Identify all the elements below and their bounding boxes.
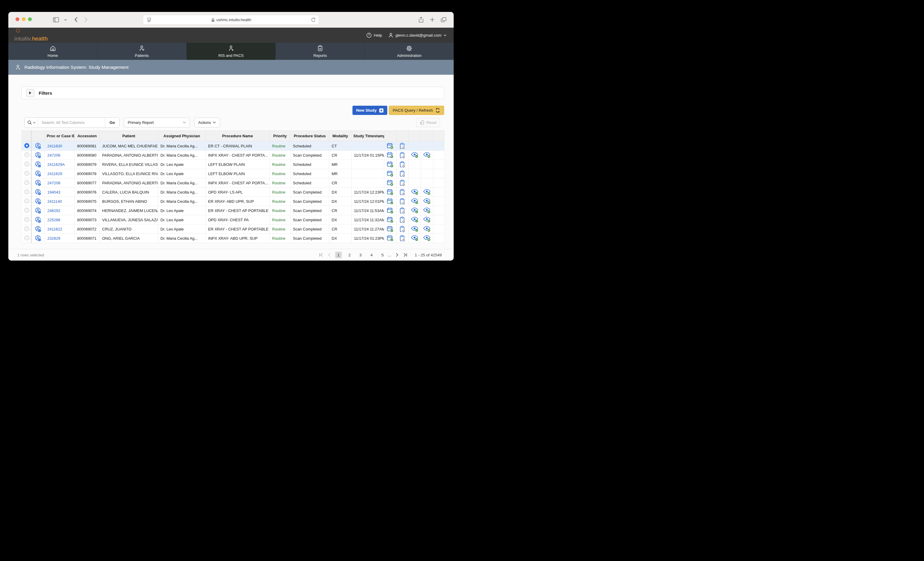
sidebar-chevron-icon[interactable] (64, 19, 67, 21)
new-tab-icon[interactable] (430, 17, 435, 22)
schedule-status-icon[interactable] (387, 180, 394, 184)
view-images-icon[interactable] (411, 217, 419, 222)
search-input[interactable] (38, 118, 105, 128)
row-select-radio[interactable] (24, 161, 30, 168)
view-images-icon[interactable] (411, 153, 419, 157)
sidebar-toggle-icon[interactable] (53, 17, 59, 22)
report-pending-icon[interactable] (399, 180, 406, 184)
column-header-priority[interactable]: Priority (270, 131, 291, 141)
patient-info-icon[interactable]: i (35, 189, 42, 194)
row-select-radio[interactable] (24, 198, 30, 205)
view-images-icon[interactable] (411, 189, 419, 194)
tab-home[interactable]: Home (8, 43, 97, 60)
row-select-radio[interactable] (24, 226, 30, 232)
page-number-4[interactable]: 4 (368, 252, 375, 258)
view-images-icon[interactable] (411, 226, 419, 231)
column-header-patient[interactable]: Patient (100, 131, 158, 141)
clinical-view-icon[interactable] (423, 153, 431, 157)
report-pending-icon[interactable] (399, 189, 406, 194)
back-button-icon[interactable] (74, 17, 78, 22)
actions-button[interactable]: Actions (194, 118, 220, 128)
share-icon[interactable] (418, 16, 424, 22)
schedule-status-icon[interactable] (387, 199, 394, 203)
help-button[interactable]: ? Help (366, 33, 382, 38)
proc-case-id-link[interactable]: 232829 (47, 236, 60, 241)
schedule-status-icon[interactable] (387, 208, 394, 212)
page-number-5[interactable]: 5 (379, 252, 386, 258)
proc-case-id-link[interactable]: 247206 (47, 153, 60, 158)
patient-info-icon[interactable]: i (35, 208, 42, 212)
column-header-accession[interactable]: Accession (75, 131, 100, 141)
row-select-radio[interactable] (24, 143, 30, 149)
report-pending-icon[interactable] (399, 162, 406, 166)
reset-button[interactable]: Reset (416, 118, 440, 127)
filters-panel[interactable]: Filters (21, 87, 444, 99)
new-study-button[interactable]: New Study (352, 106, 387, 115)
schedule-status-icon[interactable] (387, 217, 394, 222)
search-options-button[interactable] (25, 118, 38, 128)
report-pending-icon[interactable] (399, 226, 406, 231)
proc-case-id-link[interactable]: 246292 (47, 208, 60, 213)
column-header-procedure-name[interactable]: Procedure Name (206, 131, 270, 141)
first-page-icon[interactable] (319, 253, 323, 257)
proc-case-id-link[interactable]: 225286 (47, 218, 60, 222)
patient-info-icon[interactable]: i (35, 171, 42, 176)
tab-patients[interactable]: Patients (97, 43, 186, 60)
patient-info-icon[interactable]: i (35, 143, 42, 148)
report-view-select[interactable]: Primary Report (124, 118, 190, 128)
row-select-radio[interactable] (24, 152, 30, 158)
reader-view-icon[interactable] (147, 18, 152, 22)
proc-case-id-link[interactable]: 2411629A (47, 162, 64, 167)
filters-expand-button[interactable] (26, 89, 34, 97)
row-select-radio[interactable] (24, 207, 30, 214)
clinical-view-icon[interactable] (423, 208, 431, 212)
minimize-window-button[interactable] (22, 17, 26, 21)
report-pending-icon[interactable] (399, 217, 406, 222)
report-pending-icon[interactable] (399, 199, 406, 203)
address-bar[interactable]: ushmc.intuitiv.health (143, 15, 319, 25)
close-window-button[interactable] (15, 17, 20, 21)
patient-info-icon[interactable]: i (35, 153, 42, 157)
page-number-3[interactable]: 3 (357, 252, 364, 258)
schedule-status-icon[interactable] (387, 153, 394, 157)
proc-case-id-link[interactable]: 247206 (47, 181, 60, 185)
tab-overview-icon[interactable] (441, 17, 447, 22)
column-header-procedure-status[interactable]: Procedure Status (291, 131, 329, 141)
proc-case-id-link[interactable]: 2411140 (47, 199, 62, 204)
row-select-radio[interactable] (24, 217, 30, 223)
report-pending-icon[interactable] (399, 153, 406, 157)
proc-case-id-link[interactable]: 194043 (47, 190, 60, 195)
last-page-icon[interactable] (403, 253, 407, 257)
patient-info-icon[interactable]: i (35, 236, 42, 240)
patient-info-icon[interactable]: i (35, 162, 42, 166)
column-header-assigned-physician[interactable]: Assigned Physician (158, 131, 206, 141)
page-number-2[interactable]: 2 (346, 252, 353, 258)
pacs-query-refresh-button[interactable]: PACS Query / Refresh (389, 106, 444, 115)
tab-administration[interactable]: Administration (364, 43, 454, 60)
user-menu[interactable]: glenn.c.david@gmail.com (388, 33, 447, 38)
tab-reports[interactable]: Reports (275, 43, 364, 60)
view-images-icon[interactable] (411, 236, 419, 240)
clinical-view-icon[interactable] (423, 236, 431, 240)
view-images-icon[interactable] (411, 208, 419, 212)
clinical-view-icon[interactable] (423, 189, 431, 194)
patient-info-icon[interactable]: i (35, 217, 42, 222)
report-pending-icon[interactable] (399, 143, 406, 148)
row-select-radio[interactable] (24, 180, 30, 186)
zoom-window-button[interactable] (28, 17, 32, 21)
patient-info-icon[interactable]: i (35, 226, 42, 231)
view-images-icon[interactable] (411, 199, 419, 203)
column-header-proc-or-case-id[interactable]: Proc or Case ID (45, 131, 75, 141)
schedule-status-icon[interactable] (387, 171, 394, 176)
report-pending-icon[interactable] (399, 171, 406, 176)
schedule-status-icon[interactable] (387, 226, 394, 231)
page-number-1[interactable]: 1 (335, 252, 342, 258)
reload-icon[interactable] (311, 18, 315, 22)
schedule-status-icon[interactable] (387, 143, 394, 148)
report-pending-icon[interactable] (399, 236, 406, 240)
proc-case-id-link[interactable]: 2411630 (47, 144, 62, 148)
previous-page-icon[interactable] (328, 253, 331, 257)
proc-case-id-link[interactable]: 2411622 (47, 227, 62, 231)
schedule-status-icon[interactable] (387, 236, 394, 240)
column-header-study-timestamp[interactable]: Study Timestamp.. (351, 131, 384, 141)
